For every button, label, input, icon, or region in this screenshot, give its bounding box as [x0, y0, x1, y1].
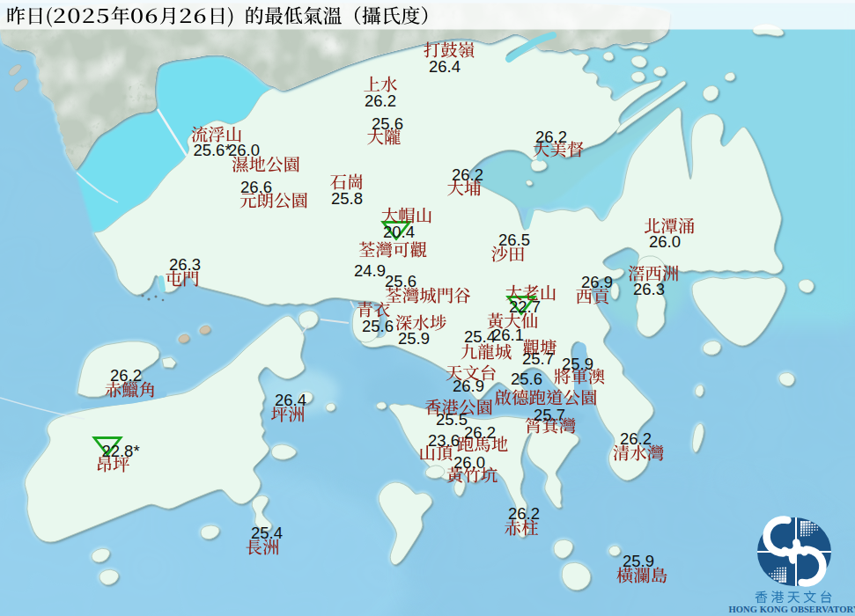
svg-text:26.2: 26.2 — [535, 128, 567, 146]
svg-text:26.0: 26.0 — [649, 232, 681, 251]
svg-text:26.9: 26.9 — [581, 273, 613, 291]
svg-text:26.2: 26.2 — [365, 92, 396, 110]
svg-text:22.7: 22.7 — [509, 297, 541, 316]
svg-text:24.9: 24.9 — [354, 261, 386, 280]
svg-text:25.6*: 25.6* — [193, 141, 231, 159]
svg-text:25.7: 25.7 — [534, 406, 565, 424]
svg-text:26.2: 26.2 — [452, 165, 483, 184]
svg-text:25.8: 25.8 — [331, 189, 363, 208]
svg-text:25.4: 25.4 — [251, 524, 283, 542]
svg-text:26.0: 26.0 — [453, 453, 485, 472]
svg-text:26.9: 26.9 — [453, 377, 484, 395]
svg-text:26.2: 26.2 — [508, 504, 540, 523]
svg-text:26.2: 26.2 — [110, 366, 142, 385]
svg-text:23.6: 23.6 — [428, 431, 460, 450]
svg-text:26.5: 26.5 — [498, 231, 530, 249]
svg-text:26.4: 26.4 — [429, 57, 461, 76]
svg-text:25.6: 25.6 — [385, 272, 416, 290]
svg-text:26.6: 26.6 — [240, 178, 272, 196]
svg-text:25.9: 25.9 — [623, 552, 654, 570]
svg-text:26.2: 26.2 — [620, 429, 652, 448]
svg-text:HONG KONG OBSERVATORY: HONG KONG OBSERVATORY — [729, 605, 855, 614]
svg-text:26.0: 26.0 — [228, 141, 260, 159]
svg-text:25.9: 25.9 — [562, 355, 593, 373]
svg-text:26.3: 26.3 — [633, 280, 665, 298]
svg-text:20.4: 20.4 — [383, 223, 415, 241]
svg-text:26.2: 26.2 — [464, 423, 496, 442]
svg-text:25.7: 25.7 — [522, 349, 554, 368]
svg-text:25.9: 25.9 — [398, 329, 430, 348]
svg-text:25.4: 25.4 — [464, 327, 496, 346]
svg-text:25.6: 25.6 — [372, 114, 403, 133]
svg-text:26.1: 26.1 — [492, 326, 524, 344]
svg-text:25.6: 25.6 — [362, 317, 394, 335]
svg-text:25.6: 25.6 — [511, 370, 542, 388]
svg-text:26.3: 26.3 — [169, 255, 201, 274]
svg-text:22.8*: 22.8* — [101, 442, 139, 460]
svg-text:25.5: 25.5 — [436, 410, 468, 429]
svg-text:26.4: 26.4 — [275, 391, 306, 409]
